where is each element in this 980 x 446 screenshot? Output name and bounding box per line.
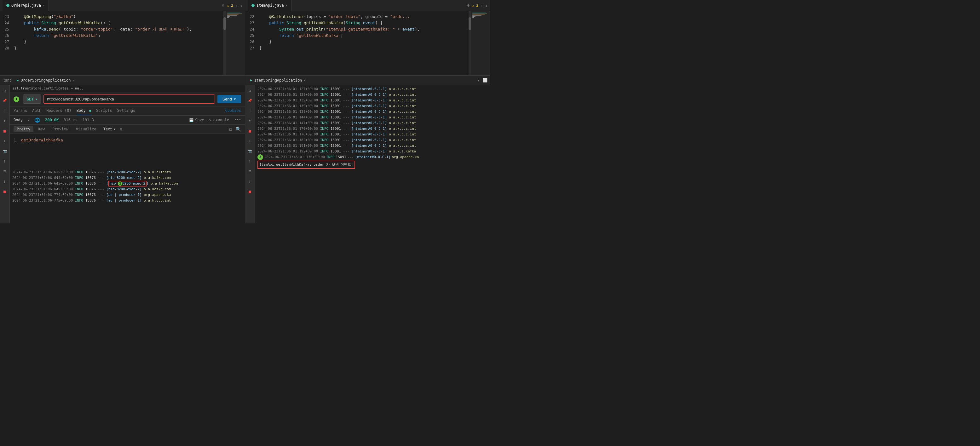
rlog-10: 2024-06-23T21:36:01.182+09:00 INFO 15091… (258, 137, 487, 143)
right-stop2-icon[interactable]: ■ (247, 188, 253, 195)
order-api-tab-close[interactable]: × (43, 4, 45, 7)
right-reload-icon[interactable]: ↺ (247, 87, 253, 94)
format-value: Text (103, 127, 113, 131)
right-up-icon[interactable]: ↑ (247, 117, 253, 124)
up-arrow2-icon[interactable]: ↑ (1, 157, 8, 164)
left-scroll-thumb[interactable] (223, 17, 226, 30)
highlight-log-message: ItemApi.getItemWithKafka: order 가 보낸 이벤트… (258, 160, 355, 169)
right-sidebar-icons: ↺ 📌 ⋮ ↑ ■ ↓ 📷 ↑ ≡ ↓ ■ (245, 85, 255, 223)
headers-tab[interactable]: Headers (8) (46, 106, 71, 115)
stop2-icon[interactable]: ■ (1, 188, 8, 195)
camera-icon[interactable]: 📷 (1, 148, 8, 154)
method-select[interactable]: GET ▾ (23, 95, 41, 104)
response-line-1: 1 getOrderWithKafka (14, 138, 241, 142)
response-area: Body ▾ 🌐 200 OK 316 ms 181 B 💾 Save as e… (10, 116, 245, 168)
right-down-icon[interactable]: ↓ (247, 137, 253, 144)
code-line-28: 28 } (0, 45, 245, 51)
code-line-27: 27 } (0, 39, 245, 45)
response-body-tabs: Pretty Raw Preview Visualize (10, 125, 245, 134)
left-nav-up[interactable]: ↑ (236, 3, 238, 8)
settings-tab[interactable]: Settings (117, 106, 135, 115)
right-down2-icon[interactable]: ↓ (247, 178, 253, 184)
pin-icon[interactable]: 📌 (1, 97, 8, 104)
left-editor-panel: OrderApi.java × ⚙ ⚠ 2 ↑ ↓ 23 @GetMapping… (0, 0, 245, 75)
right-maximize-icon[interactable]: ⬜ (482, 78, 487, 83)
send-button[interactable]: Send ▾ (218, 95, 241, 103)
right-lines-icon[interactable]: ≡ (247, 168, 253, 175)
item-api-tab-close[interactable]: × (286, 4, 288, 7)
rlog-7: 2024-06-23T21:36:01.147+09:00 INFO 15091… (258, 120, 487, 126)
lines-icon[interactable]: ≡ (1, 168, 8, 175)
right-up2-icon[interactable]: ↑ (247, 157, 253, 164)
pretty-tab[interactable]: Pretty (14, 126, 33, 132)
right-log-area: 2024-06-23T21:36:01.127+09:00 INFO 15091… (255, 85, 490, 223)
item-spring-app-tab[interactable]: ▶ ItemSpringApplication × (248, 78, 308, 83)
rlog-12: 2024-06-23T21:36:01.192+09:00 INFO 15091… (258, 149, 487, 154)
url-input[interactable] (43, 95, 215, 104)
body-tab[interactable]: Body (76, 106, 91, 115)
response-header: Body ▾ 🌐 200 OK 316 ms 181 B 💾 Save as e… (10, 116, 245, 125)
right-scrollbar[interactable] (469, 11, 471, 75)
search-icon[interactable]: 🔍 (236, 127, 241, 132)
more-vert-icon[interactable]: ⋮ (1, 107, 8, 114)
response-time: 316 ms (64, 118, 77, 122)
main-layout: OrderApi.java × ⚙ ⚠ 2 ↑ ↓ 23 @GetMapping… (0, 0, 490, 223)
left-nav-down[interactable]: ↓ (240, 3, 242, 8)
left-log-area: 2024-06-23T21:51:06.615+09:00 INFO 15076… (10, 168, 245, 223)
cookies-tab[interactable]: Cookies (225, 106, 241, 115)
right-more-icon[interactable]: ⋮ (476, 78, 480, 83)
request-bar: 1 GET ▾ Send ▾ (10, 92, 245, 106)
log-line-2: 2024-06-23T21:51:06.644+09:00 INFO 15076… (12, 175, 242, 181)
rlog-6: 2024-06-23T21:36:01.144+09:00 INFO 15091… (258, 115, 487, 120)
annotation-3: 3 (258, 154, 263, 160)
body-label: Body (14, 118, 23, 122)
http-client: ssl.truststore.certificates = null 1 GET… (10, 85, 245, 223)
stop-icon[interactable]: ■ (1, 127, 8, 134)
params-tab[interactable]: Params (14, 106, 27, 115)
raw-tab[interactable]: Raw (35, 126, 48, 132)
save-example[interactable]: 💾 Save as example (189, 118, 229, 122)
response-icons: ⧉ 🔍 (229, 127, 241, 132)
auth-tab[interactable]: Auth (32, 106, 41, 115)
right-minimap (471, 11, 490, 75)
left-bottom-panel: Run: ▶ OrderSpringApplication × ↺ 📌 ⋮ ↑ … (0, 76, 245, 223)
right-tab-bar: ItemApi.java × ⚙ ⚠ 2 ↑ ↓ (245, 0, 490, 11)
right-more-vert-icon[interactable]: ⋮ (247, 107, 253, 114)
reload-icon[interactable]: ↺ (1, 87, 8, 94)
right-stop-icon[interactable]: ■ (247, 127, 253, 134)
left-scrollbar[interactable] (223, 11, 226, 75)
rlog-3: 2024-06-23T21:36:01.139+09:00 INFO 15091… (258, 98, 487, 103)
order-api-tab[interactable]: OrderApi.java × (3, 0, 49, 11)
right-bottom-content: ↺ 📌 ⋮ ↑ ■ ↓ 📷 ↑ ≡ ↓ ■ 2024-06-23 (245, 85, 490, 223)
item-api-tab-label: ItemApi.java (256, 3, 284, 8)
item-api-tab[interactable]: ItemApi.java × (248, 0, 292, 11)
format-select[interactable]: Text ▾ (103, 127, 116, 131)
right-nav-up[interactable]: ↑ (481, 3, 483, 8)
left-tab-bar: OrderApi.java × ⚙ ⚠ 2 ↑ ↓ (0, 0, 245, 11)
scripts-tab[interactable]: Scripts (96, 106, 112, 115)
item-app-tab-close[interactable]: × (304, 78, 305, 82)
order-spring-app-label: OrderSpringApplication (21, 78, 71, 83)
format-icon: ≡ (120, 127, 122, 132)
right-scroll-thumb[interactable] (469, 17, 471, 30)
down-arrow2-icon[interactable]: ↓ (1, 178, 8, 184)
down-arrow-icon[interactable]: ↓ (1, 137, 8, 144)
request-tabs: Params Auth Headers (8) Body (10, 106, 245, 116)
resp-line-num: 1 (14, 138, 16, 142)
right-code-line-26: 26 } (245, 39, 490, 45)
up-arrow-icon[interactable]: ↑ (1, 117, 8, 124)
right-code-line-25: 25 return "getItemWithKafka"; (245, 32, 490, 39)
copy-icon[interactable]: ⧉ (229, 127, 232, 132)
right-nav-down[interactable]: ↓ (485, 3, 487, 8)
right-camera-icon[interactable]: 📷 (247, 148, 253, 154)
rlog-9: 2024-06-23T21:36:01.176+09:00 INFO 15091… (258, 132, 487, 137)
right-pin-icon[interactable]: 📌 (247, 97, 253, 104)
preview-tab[interactable]: Preview (49, 126, 72, 132)
left-minimap (226, 11, 245, 75)
order-spring-app-tab[interactable]: ▶ OrderSpringApplication × (14, 78, 77, 83)
rlog-11: 2024-06-23T21:36:01.191+09:00 INFO 15091… (258, 143, 487, 149)
order-app-tab-close[interactable]: × (73, 78, 74, 82)
truncated-log: ssl.truststore.certificates = null (10, 85, 245, 92)
visualize-tab[interactable]: Visualize (73, 126, 100, 132)
more-button[interactable]: ••• (234, 118, 241, 122)
